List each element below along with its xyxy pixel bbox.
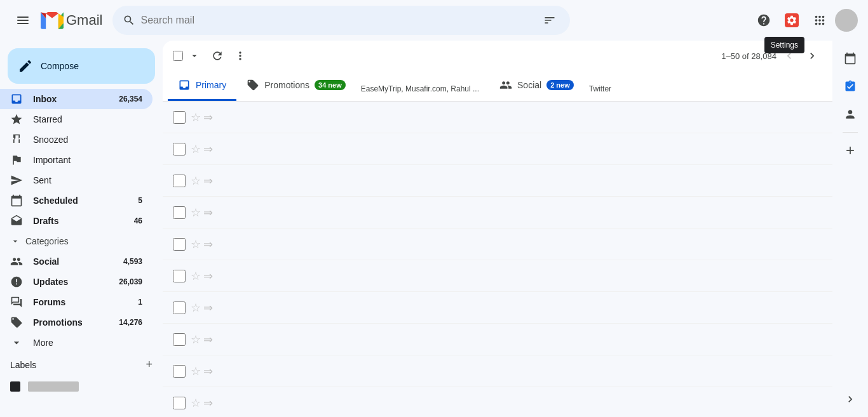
email-checkbox[interactable] (173, 397, 186, 409)
sidebar-item-inbox[interactable]: Inbox 26,354 (0, 89, 153, 109)
email-checkbox[interactable] (173, 301, 186, 314)
sidebar-item-social[interactable]: Social 4,593 (0, 251, 153, 272)
labels-section: Labels + (0, 353, 163, 376)
star-button[interactable]: ☆ (191, 269, 201, 283)
tab-promotions[interactable]: Promotions 34 new (236, 71, 356, 101)
contacts-icon-button[interactable] (837, 102, 863, 127)
hamburger-button[interactable] (10, 8, 36, 33)
filter-button[interactable] (539, 10, 560, 30)
arrow-button[interactable]: ⇒ (203, 237, 213, 251)
arrow-button[interactable]: ⇒ (203, 396, 213, 410)
sidebar-item-sent[interactable]: Sent (0, 170, 153, 190)
star-button[interactable]: ☆ (191, 396, 201, 410)
email-checkbox[interactable] (173, 175, 186, 187)
sidebar-item-important[interactable]: Important (0, 150, 153, 170)
star-button[interactable]: ☆ (191, 142, 201, 156)
search-icon (123, 14, 135, 27)
arrow-button[interactable]: ⇒ (203, 301, 213, 315)
table-row[interactable]: ☆ ⇒ (163, 355, 832, 387)
svg-rect-1 (17, 20, 29, 21)
snoozed-icon (10, 133, 23, 146)
star-button[interactable]: ☆ (191, 364, 201, 378)
promotions-count: 14,276 (119, 318, 142, 327)
sidebar-item-snoozed[interactable]: Snoozed (0, 129, 153, 150)
forums-icon (10, 296, 23, 308)
tab-primary-label: Primary (196, 80, 226, 90)
table-row[interactable]: ☆ ⇒ (163, 102, 832, 133)
settings-button[interactable]: Settings (779, 8, 804, 33)
table-row[interactable]: ☆ ⇒ (163, 197, 832, 228)
star-button[interactable]: ☆ (191, 301, 201, 315)
select-all-checkbox[interactable] (173, 51, 183, 61)
star-button[interactable]: ☆ (191, 174, 201, 188)
sidebar-item-forums[interactable]: Forums 1 (0, 292, 153, 312)
email-checkbox[interactable] (173, 333, 186, 346)
sidebar-item-more[interactable]: More (0, 333, 153, 353)
main-layout: Compose Inbox 26,354 Starred Snoozed (0, 41, 868, 417)
table-row[interactable]: ☆ ⇒ (163, 165, 832, 197)
chevron-down-icon (10, 236, 20, 246)
refresh-button[interactable] (207, 46, 227, 66)
arrow-button[interactable]: ⇒ (203, 174, 213, 188)
avatar-button[interactable] (835, 9, 858, 32)
next-page-button[interactable] (802, 46, 822, 66)
select-dropdown-button[interactable] (184, 46, 205, 66)
arrow-button[interactable]: ⇒ (203, 110, 213, 124)
label-item[interactable] (0, 376, 163, 397)
email-checkbox[interactable] (173, 143, 186, 156)
forums-count: 1 (138, 298, 142, 307)
right-sidebar-divider (843, 132, 858, 133)
expand-right-button[interactable] (837, 387, 863, 412)
tasks-icon (844, 80, 857, 93)
content-wrapper: 1–50 of 28,084 Primary (163, 41, 868, 417)
drafts-count: 46 (134, 216, 142, 225)
table-row[interactable]: ☆ ⇒ (163, 228, 832, 260)
email-checkbox[interactable] (173, 270, 186, 282)
arrow-button[interactable]: ⇒ (203, 333, 213, 347)
apps-button[interactable] (807, 8, 832, 33)
search-input[interactable] (140, 15, 534, 26)
sidebar-item-starred[interactable]: Starred (0, 109, 153, 129)
star-button[interactable]: ☆ (191, 333, 201, 347)
email-checkbox[interactable] (173, 238, 186, 251)
more-toolbar-button[interactable] (230, 46, 250, 66)
arrow-button[interactable]: ⇒ (203, 206, 213, 220)
categories-label: Categories (25, 236, 69, 246)
table-row[interactable]: ☆ ⇒ (163, 324, 832, 355)
sidebar-item-drafts[interactable]: Drafts 46 (0, 211, 153, 231)
sidebar-item-scheduled[interactable]: Scheduled 5 (0, 190, 153, 211)
star-button[interactable]: ☆ (191, 206, 201, 220)
email-checkbox[interactable] (173, 206, 186, 219)
star-button[interactable]: ☆ (191, 237, 201, 251)
forums-label: Forums (33, 297, 128, 307)
promotions-sub-text: EaseMyTrip, Musafir.com, Rahul ... (361, 84, 479, 93)
table-row[interactable]: ☆ ⇒ (163, 260, 832, 292)
drafts-icon (10, 215, 23, 227)
tab-social[interactable]: Social 2 new (489, 71, 584, 101)
table-row[interactable]: ☆ ⇒ (163, 292, 832, 324)
calendar-icon-button[interactable] (837, 46, 863, 71)
header: Gmail Settings (0, 0, 868, 41)
sidebar-item-updates[interactable]: Updates 26,039 (0, 272, 153, 292)
promotions-icon (10, 316, 23, 329)
arrow-button[interactable]: ⇒ (203, 269, 213, 283)
more-label: More (33, 338, 142, 348)
add-label-button[interactable]: + (146, 358, 153, 371)
promotions-label: Promotions (33, 317, 109, 328)
email-checkbox[interactable] (173, 365, 186, 378)
scheduled-count: 5 (138, 196, 142, 205)
help-button[interactable] (751, 8, 776, 33)
table-row[interactable]: ☆ ⇒ (163, 133, 832, 165)
add-app-button[interactable]: + (837, 138, 863, 163)
email-checkbox[interactable] (173, 111, 186, 124)
tasks-icon-button[interactable] (837, 74, 863, 99)
compose-button[interactable]: Compose (8, 48, 155, 84)
arrow-button[interactable]: ⇒ (203, 364, 213, 378)
categories-header[interactable]: Categories (0, 231, 163, 251)
table-row[interactable]: ☆ ⇒ (163, 387, 832, 417)
search-bar[interactable] (112, 6, 570, 35)
star-button[interactable]: ☆ (191, 110, 201, 124)
sidebar-item-promotions[interactable]: Promotions 14,276 (0, 312, 153, 333)
arrow-button[interactable]: ⇒ (203, 142, 213, 156)
tab-primary[interactable]: Primary (168, 71, 236, 101)
